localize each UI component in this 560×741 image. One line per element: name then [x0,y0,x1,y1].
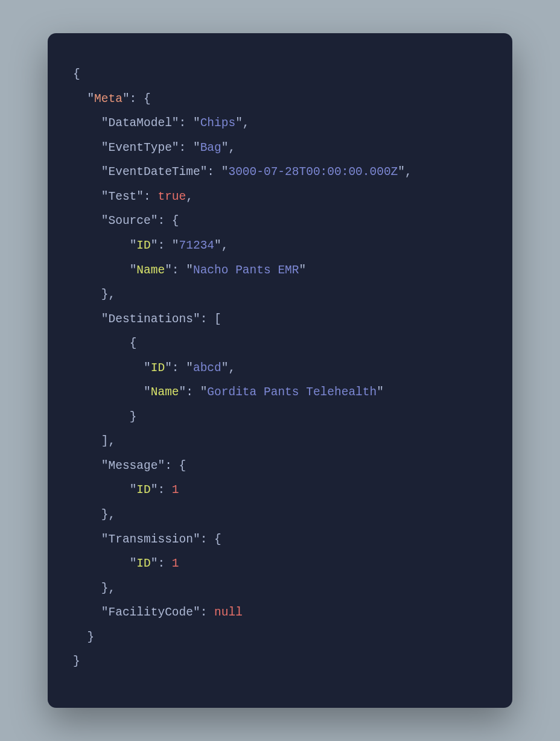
json-code-block: { "Meta": { "DataModel": "Chips", "Event… [73,62,487,674]
json-key-transmission: Transmission [109,533,193,546]
page-background: { "Meta": { "DataModel": "Chips", "Event… [0,0,560,741]
json-val-transmission-id: 1 [172,557,179,570]
json-val-test: true [158,190,186,203]
json-val-eventdatetime: 3000-07-28T00:00:00.000Z [228,165,398,179]
json-key-meta: Meta [94,92,122,106]
code-card: { "Meta": { "DataModel": "Chips", "Event… [48,33,512,708]
json-key-source-id: ID [136,239,150,252]
json-key-facilitycode: FacilityCode [109,606,193,619]
json-key-destinations: Destinations [109,313,193,326]
json-val-dest-name: Gordita Pants Telehealth [207,386,377,399]
json-key-transmission-id: ID [136,557,150,570]
json-key-source-name: Name [136,264,165,277]
json-key-eventdatetime: EventDateTime [109,165,200,179]
json-key-eventtype: EventType [109,141,172,154]
json-val-datamodel: Chips [200,116,236,130]
json-key-dest-id: ID [151,361,165,375]
json-key-message-id: ID [136,483,150,497]
json-key-test: Test [109,190,137,203]
json-val-dest-id: abcd [193,361,221,375]
json-val-eventtype: Bag [200,141,221,154]
json-key-datamodel: DataModel [109,116,172,130]
json-val-facilitycode: null [214,606,243,619]
json-val-source-id: 71234 [179,239,215,252]
json-key-message: Message [109,459,158,472]
json-val-message-id: 1 [172,483,179,497]
json-val-source-name: Nacho Pants EMR [193,264,299,277]
json-key-dest-name: Name [151,386,179,399]
json-key-source: Source [109,214,151,227]
